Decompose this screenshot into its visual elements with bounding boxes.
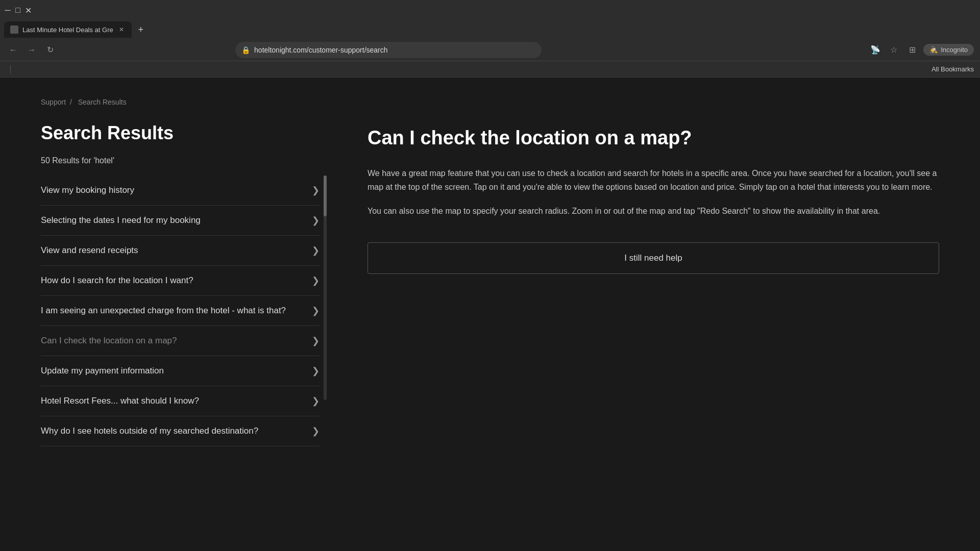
article-body: We have a great map feature that you can…: [368, 166, 939, 218]
tab-favicon: [10, 26, 18, 34]
cast-icon[interactable]: 📡: [868, 43, 883, 57]
result-item[interactable]: View and resend receipts❯: [41, 236, 320, 266]
back-button[interactable]: ←: [6, 43, 20, 57]
bookmark-icon[interactable]: ☆: [887, 43, 901, 57]
tab-title: Last Minute Hotel Deals at Gre: [22, 26, 113, 34]
result-item-text: Update my payment information: [41, 366, 312, 376]
scroll-indicator[interactable]: [324, 176, 327, 400]
address-text: hoteltonight.com/customer-support/search: [254, 46, 535, 54]
result-chevron-icon: ❯: [312, 245, 320, 256]
result-item[interactable]: Update my payment information❯: [41, 356, 320, 386]
result-chevron-icon: ❯: [312, 185, 320, 196]
result-item-text: View and resend receipts: [41, 245, 312, 256]
toolbar-right: 📡 ☆ ⊞ 🕵 Incognito: [868, 43, 974, 57]
address-bar-container[interactable]: 🔒 hoteltonight.com/customer-support/sear…: [235, 42, 542, 58]
breadcrumb-support-link[interactable]: Support: [41, 98, 66, 106]
minimize-button[interactable]: ─: [4, 7, 11, 14]
result-item-text: Hotel Resort Fees... what should I know?: [41, 396, 312, 406]
result-item[interactable]: How do I search for the location I want?…: [41, 266, 320, 296]
breadcrumb-separator: /: [70, 98, 72, 106]
results-count: 50 Results for 'hotel': [41, 156, 327, 165]
list-with-scroll: View my booking history❯Selecting the da…: [41, 176, 327, 446]
incognito-badge[interactable]: 🕵 Incognito: [923, 44, 974, 56]
forward-button[interactable]: →: [24, 43, 39, 57]
result-chevron-icon: ❯: [312, 425, 320, 437]
result-item[interactable]: Selecting the dates I need for my bookin…: [41, 206, 320, 236]
content-layout: Search Results 50 Results for 'hotel' Vi…: [41, 122, 939, 446]
lock-icon: 🔒: [241, 46, 250, 54]
result-chevron-icon: ❯: [312, 365, 320, 377]
result-item[interactable]: Why do I see hotels outside of my search…: [41, 416, 320, 446]
result-item[interactable]: I am seeing an unexpected charge from th…: [41, 296, 320, 326]
tab-bar: Last Minute Hotel Deals at Gre ✕ +: [0, 20, 980, 39]
incognito-label: Incognito: [941, 46, 968, 54]
address-bar-row: ← → ↻ 🔒 hoteltonight.com/customer-suppor…: [0, 39, 980, 61]
page-content: Support / Search Results Search Results …: [0, 78, 980, 551]
active-tab[interactable]: Last Minute Hotel Deals at Gre ✕: [4, 21, 132, 38]
results-list: View my booking history❯Selecting the da…: [41, 176, 320, 446]
maximize-button[interactable]: □: [14, 7, 21, 14]
bookmark-separator: [10, 65, 11, 73]
window-controls: ─ □ ✕: [4, 7, 32, 14]
incognito-icon: 🕵: [929, 46, 938, 54]
reload-button[interactable]: ↻: [43, 43, 57, 57]
article-paragraph-2: You can also use the map to specify your…: [368, 204, 939, 218]
result-item-text: I am seeing an unexpected charge from th…: [41, 306, 312, 316]
result-item-text: How do I search for the location I want?: [41, 276, 312, 286]
result-chevron-icon: ❯: [312, 275, 320, 286]
article-title: Can I check the location on a map?: [368, 127, 939, 150]
result-item[interactable]: Hotel Resort Fees... what should I know?…: [41, 386, 320, 416]
article-paragraph-1: We have a great map feature that you can…: [368, 166, 939, 194]
left-panel: Search Results 50 Results for 'hotel' Vi…: [41, 122, 327, 446]
result-item[interactable]: Can I check the location on a map?❯: [41, 326, 320, 356]
result-item[interactable]: View my booking history❯: [41, 176, 320, 206]
result-chevron-icon: ❯: [312, 335, 320, 346]
result-chevron-icon: ❯: [312, 395, 320, 407]
result-item-text: Selecting the dates I need for my bookin…: [41, 215, 312, 226]
result-chevron-icon: ❯: [312, 215, 320, 226]
result-item-text: Can I check the location on a map?: [41, 336, 312, 346]
browser-chrome: ─ □ ✕ Last Minute Hotel Deals at Gre ✕ +…: [0, 0, 980, 78]
result-item-text: View my booking history: [41, 185, 312, 195]
extensions-icon[interactable]: ⊞: [905, 43, 919, 57]
search-results-title: Search Results: [41, 122, 327, 144]
close-button[interactable]: ✕: [24, 7, 32, 14]
result-chevron-icon: ❯: [312, 305, 320, 316]
bookmarks-label[interactable]: All Bookmarks: [932, 65, 974, 73]
address-bar-wrapper: 🔒 hoteltonight.com/customer-support/sear…: [210, 42, 567, 58]
new-tab-button[interactable]: +: [134, 22, 148, 37]
breadcrumb-current: Search Results: [78, 98, 127, 106]
still-need-help-button[interactable]: I still need help: [368, 242, 939, 274]
tab-close-button[interactable]: ✕: [117, 26, 126, 34]
result-item-text: Why do I see hotels outside of my search…: [41, 426, 312, 436]
bookmarks-bar: All Bookmarks: [0, 61, 980, 78]
scroll-thumb: [324, 176, 327, 216]
right-panel: Can I check the location on a map? We ha…: [368, 122, 939, 274]
title-bar: ─ □ ✕: [0, 0, 980, 20]
breadcrumb: Support / Search Results: [41, 98, 939, 106]
